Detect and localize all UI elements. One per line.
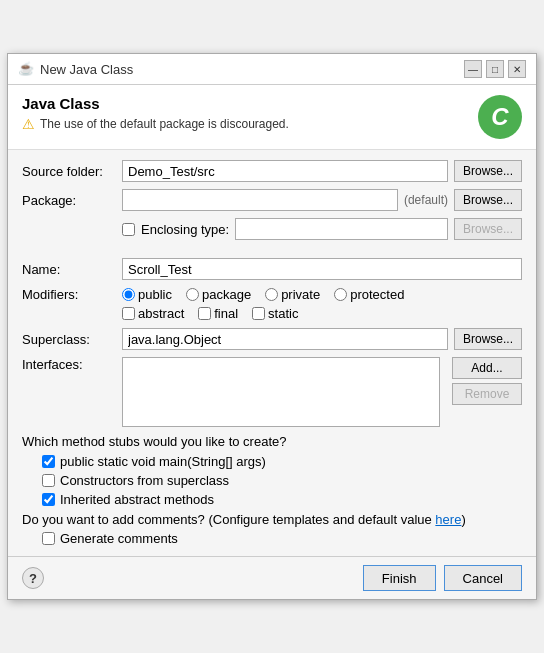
title-bar: ☕ New Java Class — □ ✕ (8, 54, 536, 85)
modifier-final[interactable]: final (198, 306, 238, 321)
window-controls: — □ ✕ (464, 60, 526, 78)
modifier-static-checkbox[interactable] (252, 307, 265, 320)
modifier-protected-radio[interactable] (334, 288, 347, 301)
package-browse-button[interactable]: Browse... (454, 189, 522, 211)
divider1 (22, 247, 522, 253)
header-warning: ⚠ The use of the default package is disc… (22, 116, 289, 132)
eclipse-logo: C (478, 95, 522, 139)
package-row: Package: (default) Browse... (22, 189, 522, 211)
new-java-class-dialog: ☕ New Java Class — □ ✕ Java Class ⚠ The … (7, 53, 537, 600)
stub-inherited-checkbox[interactable] (42, 493, 55, 506)
modifier-package-label: package (202, 287, 251, 302)
enclosing-type-row: Enclosing type: Browse... (22, 218, 522, 240)
comments-question: Do you want to add comments? (Configure … (22, 512, 522, 527)
enclosing-type-label: Enclosing type: (141, 222, 229, 237)
enclosing-type-checkbox[interactable] (122, 223, 135, 236)
comments-here-link[interactable]: here (435, 512, 461, 527)
dialog-header: Java Class ⚠ The use of the default pack… (8, 85, 536, 150)
name-input[interactable] (122, 258, 522, 280)
interfaces-remove-button[interactable]: Remove (452, 383, 522, 405)
modifiers-row2: abstract final static (122, 306, 522, 321)
modifier-private-label: private (281, 287, 320, 302)
superclass-row: Superclass: Browse... (22, 328, 522, 350)
generate-comments-checkbox[interactable] (42, 532, 55, 545)
interfaces-textarea[interactable] (122, 357, 440, 427)
enclosing-type-browse-button[interactable]: Browse... (454, 218, 522, 240)
close-button[interactable]: ✕ (508, 60, 526, 78)
stubs-question: Which method stubs would you like to cre… (22, 434, 522, 449)
source-folder-row: Source folder: Browse... (22, 160, 522, 182)
modifier-package-radio[interactable] (186, 288, 199, 301)
modifier-public-radio[interactable] (122, 288, 135, 301)
modifier-static-label: static (268, 306, 298, 321)
stub-row-0: public static void main(String[] args) (42, 454, 522, 469)
modifier-abstract-label: abstract (138, 306, 184, 321)
stub-inherited-label: Inherited abstract methods (60, 492, 214, 507)
modifiers-label: Modifiers: (22, 287, 122, 302)
modifiers-row: Modifiers: public package private protec… (22, 287, 522, 302)
dialog-body: Source folder: Browse... Package: (defau… (8, 150, 536, 556)
stub-constructors-label: Constructors from superclass (60, 473, 229, 488)
enclosing-type-input[interactable] (235, 218, 448, 240)
package-label: Package: (22, 193, 122, 208)
modifier-protected[interactable]: protected (334, 287, 404, 302)
package-default-hint: (default) (404, 193, 448, 207)
modifier-private[interactable]: private (265, 287, 320, 302)
source-folder-label: Source folder: (22, 164, 122, 179)
superclass-input[interactable] (122, 328, 448, 350)
name-label: Name: (22, 262, 122, 277)
dialog-title: New Java Class (40, 62, 133, 77)
stub-main-label: public static void main(String[] args) (60, 454, 266, 469)
comments-row: Generate comments (42, 531, 522, 546)
title-bar-left: ☕ New Java Class (18, 61, 133, 77)
minimize-button[interactable]: — (464, 60, 482, 78)
modifier-private-radio[interactable] (265, 288, 278, 301)
modifier-public-label: public (138, 287, 172, 302)
superclass-browse-button[interactable]: Browse... (454, 328, 522, 350)
help-button[interactable]: ? (22, 567, 44, 589)
modifier-final-label: final (214, 306, 238, 321)
package-input[interactable] (122, 189, 398, 211)
modifier-public[interactable]: public (122, 287, 172, 302)
warning-text: The use of the default package is discou… (40, 117, 289, 131)
source-folder-browse-button[interactable]: Browse... (454, 160, 522, 182)
interfaces-add-button[interactable]: Add... (452, 357, 522, 379)
name-row: Name: (22, 258, 522, 280)
modifier-protected-label: protected (350, 287, 404, 302)
dialog-footer: ? Finish Cancel (8, 556, 536, 599)
modifiers-radio-group: public package private protected (122, 287, 404, 302)
modifier-package[interactable]: package (186, 287, 251, 302)
interfaces-label: Interfaces: (22, 357, 122, 372)
modifier-static[interactable]: static (252, 306, 298, 321)
modifier-abstract-checkbox[interactable] (122, 307, 135, 320)
cancel-button[interactable]: Cancel (444, 565, 522, 591)
interfaces-row: Interfaces: Add... Remove (22, 357, 522, 427)
warning-icon: ⚠ (22, 116, 35, 132)
stub-row-1: Constructors from superclass (42, 473, 522, 488)
restore-button[interactable]: □ (486, 60, 504, 78)
footer-buttons: Finish Cancel (363, 565, 522, 591)
modifier-final-checkbox[interactable] (198, 307, 211, 320)
header-title: Java Class (22, 95, 289, 112)
comments-question-pre: Do you want to add comments? (Configure … (22, 512, 435, 527)
stub-constructors-checkbox[interactable] (42, 474, 55, 487)
java-icon: ☕ (18, 61, 34, 77)
stub-row-2: Inherited abstract methods (42, 492, 522, 507)
comments-question-post: ) (461, 512, 465, 527)
source-folder-input[interactable] (122, 160, 448, 182)
stub-main-checkbox[interactable] (42, 455, 55, 468)
superclass-label: Superclass: (22, 332, 122, 347)
finish-button[interactable]: Finish (363, 565, 436, 591)
interfaces-buttons: Add... Remove (452, 357, 522, 405)
modifier-abstract[interactable]: abstract (122, 306, 184, 321)
generate-comments-label: Generate comments (60, 531, 178, 546)
